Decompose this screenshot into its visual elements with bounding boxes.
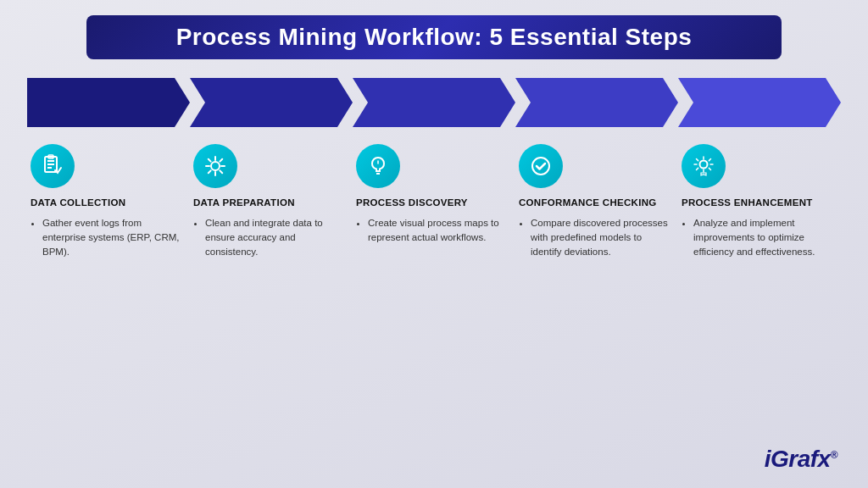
logo-registered: ®: [831, 449, 837, 461]
svg-point-9: [532, 158, 549, 175]
icon-wrapper-data-preparation: [193, 144, 237, 188]
icon-wrapper-data-collection: [31, 144, 75, 188]
step-data-collection: DATA COLLECTION Gather event logs from e…: [27, 144, 190, 262]
step-5-bullet-1: Analyze and implement improvements to op…: [693, 216, 834, 260]
data-collection-icon: [41, 154, 64, 178]
arrow-segment-2: [190, 78, 353, 127]
data-preparation-icon: [203, 154, 227, 178]
step-conformance-checking: CONFORMANCE CHECKING Compare discovered …: [515, 144, 678, 262]
conformance-checking-icon: [529, 154, 553, 178]
svg-point-10: [700, 161, 708, 169]
page-wrapper: Process Mining Workflow: 5 Essential Ste…: [0, 0, 868, 488]
step-2-bullets: Clean and integrate data to ensure accur…: [193, 216, 346, 262]
arrow-segment-1: [27, 78, 190, 127]
step-5-bullets: Analyze and implement improvements to op…: [682, 216, 834, 262]
step-process-discovery: PROCESS DISCOVERY Create visual process …: [353, 144, 515, 247]
svg-point-5: [211, 162, 220, 170]
title-banner: Process Mining Workflow: 5 Essential Ste…: [86, 15, 782, 59]
step-5-title: PROCESS ENHANCEMENT: [682, 197, 813, 209]
arrow-segment-4: [515, 78, 678, 127]
step-process-enhancement: PROCESS ENHANCEMENT Analyze and implemen…: [678, 144, 841, 262]
process-enhancement-icon: [692, 154, 715, 178]
icon-wrapper-conformance-checking: [519, 144, 563, 188]
logo-text: iGrafx: [765, 446, 831, 472]
igrafx-logo: iGrafx®: [765, 446, 837, 473]
step-3-title: PROCESS DISCOVERY: [356, 197, 468, 209]
step-2-bullet-1: Clean and integrate data to ensure accur…: [205, 216, 346, 260]
step-4-bullets: Compare discovered processes with predef…: [519, 216, 671, 262]
step-3-bullet-1: Create visual process maps to represent …: [368, 216, 509, 246]
icon-wrapper-process-discovery: [356, 144, 400, 188]
page-title: Process Mining Workflow: 5 Essential Ste…: [120, 24, 748, 51]
step-4-bullet-1: Compare discovered processes with predef…: [531, 216, 671, 260]
step-2-title: DATA PREPARATION: [193, 197, 295, 209]
arrow-segment-3: [353, 78, 515, 127]
step-1-bullets: Gather event logs from enterprise system…: [31, 216, 183, 262]
step-3-bullets: Create visual process maps to represent …: [356, 216, 509, 247]
step-1-title: DATA COLLECTION: [31, 197, 125, 209]
step-4-title: CONFORMANCE CHECKING: [519, 197, 657, 209]
step-1-bullet-1: Gather event logs from enterprise system…: [42, 216, 183, 260]
arrow-segment-5: [678, 78, 841, 127]
arrow-banner: [27, 78, 841, 127]
icon-wrapper-process-enhancement: [682, 144, 726, 188]
steps-container: DATA COLLECTION Gather event logs from e…: [27, 144, 841, 262]
step-data-preparation: DATA PREPARATION Clean and integrate dat…: [190, 144, 353, 262]
process-discovery-icon: [366, 154, 390, 178]
